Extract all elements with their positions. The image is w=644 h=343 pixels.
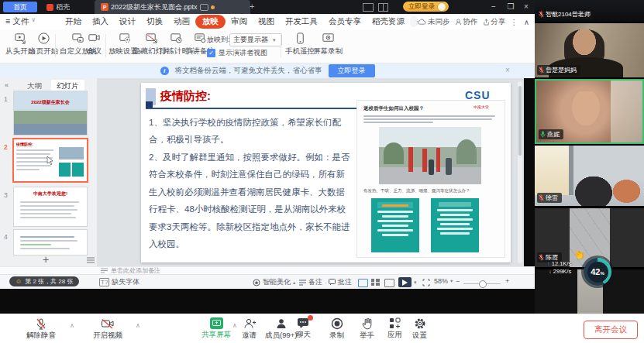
participant-video-1[interactable]: 智航2104曾老师 (535, 0, 644, 22)
fit-window-icon[interactable] (422, 279, 430, 286)
participant-video-3-speaking[interactable]: 燕妮 (535, 79, 644, 144)
notes-toggle-button[interactable]: 备注· (299, 277, 327, 287)
slide-sorter-view-icon[interactable] (371, 279, 380, 286)
network-stats: ↑12.1K/s ↓299K/s (547, 260, 571, 275)
missing-font-warning[interactable]: T? 缺失字体 (99, 277, 139, 287)
split-view-icon[interactable] (363, 3, 374, 12)
show-settings-icon (119, 32, 132, 45)
mic-muted-icon (539, 11, 544, 18)
restore-button[interactable]: ❐ (504, 2, 518, 11)
annotate-icon (329, 279, 336, 286)
menu-animation[interactable]: 动画 (168, 15, 195, 29)
menu-view[interactable]: 视图 (253, 15, 280, 29)
menu-start[interactable]: 开始 (60, 15, 87, 29)
menu-devtools[interactable]: 开发工具 (280, 15, 323, 29)
display-select[interactable]: 主要显示器▾ (229, 33, 282, 46)
login-button[interactable]: 立即登录 (403, 2, 449, 12)
menu-transition[interactable]: 切换 (141, 15, 168, 29)
participant-label: 智航2104曾老师 (537, 9, 594, 19)
share-screen-icon (210, 317, 223, 329)
play-dropdown-icon[interactable]: ▾ (414, 280, 417, 286)
slideshow-play-button[interactable] (398, 277, 412, 287)
new-tab-button[interactable]: + (250, 2, 254, 11)
collapse-panel-button[interactable]: « (5, 81, 9, 89)
hide-slide-icon (145, 32, 158, 45)
tab-home[interactable]: 首页 (3, 2, 37, 12)
menu-slideshow[interactable]: 放映 (195, 15, 226, 29)
slide-scrollbar-track[interactable] (518, 81, 522, 263)
close-button[interactable]: × (519, 2, 533, 11)
minimize-button[interactable]: − (487, 2, 501, 11)
play-from-current-button[interactable]: 当页开始 (29, 32, 58, 57)
zoom-slider-knob[interactable] (479, 280, 487, 288)
members-button[interactable]: 成员(99+) (265, 317, 297, 341)
more-button[interactable]: ⋮ (511, 18, 518, 26)
presenter-view-checkbox[interactable]: ✓ 显示演讲者视图 (207, 48, 267, 58)
menu-member[interactable]: 会员专享 (323, 15, 367, 29)
tab-document[interactable]: P 2022级新生家长见面会.pptx (95, 0, 250, 14)
notice-close-icon[interactable]: × (505, 66, 510, 74)
chat-button[interactable]: 聊天 (296, 317, 311, 340)
slide-thumbnail-4[interactable] (14, 230, 87, 255)
add-slide-button[interactable]: + (43, 253, 49, 266)
mic-muted-icon (539, 194, 544, 201)
speaker-notes-icon (194, 32, 207, 45)
start-video-button[interactable]: 开启视频 (93, 317, 122, 341)
share-screen-button[interactable]: 共享屏幕 (201, 317, 231, 340)
participant-video-2[interactable]: 曾楚楚妈妈 (535, 23, 644, 77)
notice-login-button[interactable]: 立即登录 (329, 64, 375, 77)
share-button[interactable]: 分享 (483, 17, 506, 27)
apps-button[interactable]: 应用 (387, 317, 402, 340)
raise-hand-button[interactable]: 举手 (360, 317, 374, 341)
normal-view-icon[interactable] (358, 279, 368, 287)
smart-beautify-button[interactable]: 智能美化▴ (253, 277, 295, 287)
share-options-chevron[interactable]: ∧ (232, 322, 237, 329)
menu-docer-res[interactable]: 稻壳资源 (367, 15, 410, 29)
reading-view-icon[interactable] (384, 279, 394, 287)
collaborate-button[interactable]: 协作 (455, 17, 478, 27)
zoom-level[interactable]: 58%▾ (434, 277, 453, 285)
record-button[interactable]: 录制 (329, 317, 344, 341)
annotate-button[interactable]: 批注 (329, 277, 352, 287)
slide-thumbnail-2-selected[interactable]: 疫情防控: (14, 139, 87, 181)
slide-scrollbar-thumb[interactable] (518, 86, 522, 156)
participant-video-4[interactable]: 徐雷 (535, 146, 644, 206)
zoom-out-button[interactable]: − (456, 277, 460, 285)
current-slide[interactable]: 疫情防控: CSU 1、坚决执行学校的疫情防控政策，希望家长们配合，积极引导孩子… (141, 83, 511, 262)
chat-badge (308, 315, 313, 321)
docer-icon (46, 4, 53, 11)
menu-design[interactable]: 设计 (114, 15, 141, 29)
inset-question-2: 有发热、干咳、乏力、流涕、咽痛、腹泻等症状怎么办？ (363, 188, 501, 194)
file-menu[interactable]: ≡ 文件 ∨ (0, 15, 41, 29)
video-options-chevron[interactable]: ∧ (136, 322, 140, 329)
zoom-in-button[interactable]: + (505, 277, 509, 285)
meeting-toolbar: 解除静音 ∧ 开启视频 ∧ 共享屏幕 ∧ 邀请 成员(99+) (0, 314, 644, 343)
wps-titlebar: 首页 稻壳 P 2022级新生家长见面会.pptx + 立即登录 − ❐ × (0, 0, 535, 14)
invite-button[interactable]: 邀请 (242, 317, 257, 341)
slide-thumbnail-3[interactable]: 中南大学欢迎您! (14, 187, 87, 226)
screen-record-button[interactable]: 屏幕录制 (313, 32, 343, 57)
command-search-input[interactable]: 查找命令、搜索模板 (410, 16, 418, 27)
menu-review[interactable]: 审阅 (226, 15, 253, 29)
unmute-button[interactable]: 解除静音 (26, 317, 56, 341)
ppt-file-icon: P (101, 3, 108, 11)
meeting-button[interactable]: 会议 (87, 32, 102, 57)
phone-remote-button[interactable]: 手机遥控 (285, 32, 315, 57)
panel-menu-icon[interactable] (87, 257, 95, 263)
unsaved-dot (211, 5, 215, 9)
sync-status[interactable]: 未同步 (418, 17, 450, 27)
share-icon (483, 19, 490, 26)
tab-docer[interactable]: 稻壳 (40, 0, 76, 14)
thumb-2-number: 2 (4, 143, 8, 151)
slide-thumbnail-1[interactable]: 2022级新生家长会 (14, 91, 87, 135)
collapse-ribbon-button[interactable]: ∧ (524, 18, 529, 26)
layout-grid-icon[interactable] (378, 3, 388, 12)
participant-video-5[interactable]: 陈霞 (535, 208, 644, 267)
inset-question-1: 返校后学生如何出入校园？ (363, 105, 424, 112)
notes-bar[interactable]: 单击此处添加备注 (0, 266, 535, 274)
settings-button[interactable]: 设置 (412, 317, 427, 341)
mic-options-chevron[interactable]: ∧ (70, 322, 74, 329)
menu-insert[interactable]: 插入 (87, 15, 114, 29)
window-light (611, 81, 644, 142)
leave-meeting-button[interactable]: 离开会议 (584, 321, 638, 339)
